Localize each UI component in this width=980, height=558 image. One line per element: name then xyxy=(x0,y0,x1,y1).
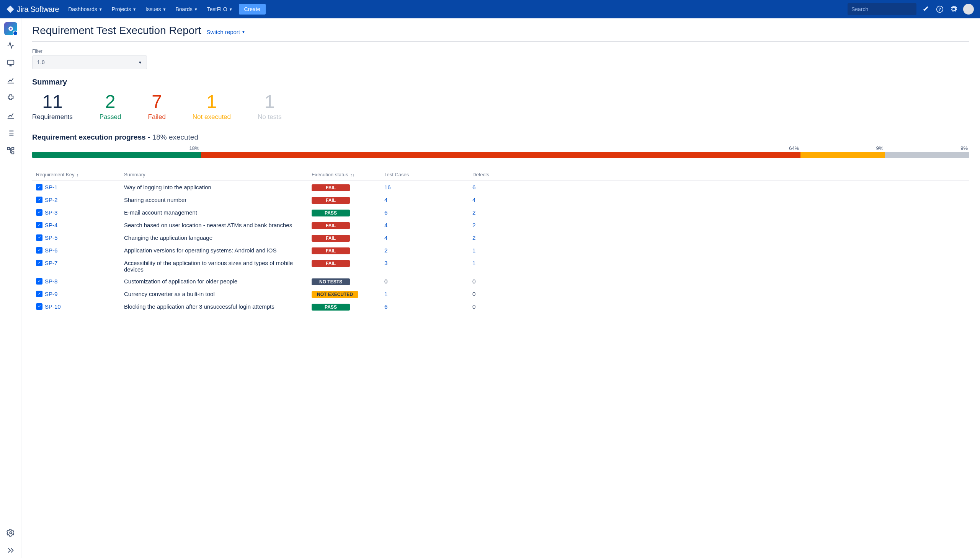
chart2-icon[interactable] xyxy=(3,108,18,123)
app-logo-text: Jira Software xyxy=(17,5,59,14)
summary-cell: Application versions for operating syste… xyxy=(120,245,308,257)
addon-icon[interactable] xyxy=(3,90,18,105)
summary-cell: E-mail account management xyxy=(120,207,308,219)
requirement-key-link[interactable]: SP-8 xyxy=(45,278,58,284)
summary-value: 1 xyxy=(193,93,231,111)
create-button[interactable]: Create xyxy=(239,4,266,15)
col-exec[interactable]: Execution status ↑↓ xyxy=(308,169,380,181)
sidebar-app-icon[interactable] xyxy=(4,22,17,35)
tests-link[interactable]: 6 xyxy=(384,303,387,310)
summary-cell: Sharing account number xyxy=(120,194,308,207)
requirement-icon xyxy=(36,197,43,203)
defects-link[interactable]: 2 xyxy=(473,222,476,228)
requirement-icon xyxy=(36,209,43,216)
nav-item-projects[interactable]: Projects ▼ xyxy=(109,4,139,15)
summary-cell: Customization of application for older p… xyxy=(120,276,308,288)
tests-link[interactable]: 4 xyxy=(384,197,387,203)
nav-item-testflo[interactable]: TestFLO ▼ xyxy=(204,4,236,15)
col-summary[interactable]: Summary xyxy=(120,169,308,181)
status-badge: FAIL xyxy=(311,197,350,204)
app-logo[interactable]: Jira Software xyxy=(6,5,59,14)
requirement-key-link[interactable]: SP-3 xyxy=(45,209,58,216)
sidebar-settings-icon[interactable] xyxy=(3,525,18,540)
svg-rect-5 xyxy=(7,148,10,150)
summary-value: 1 xyxy=(258,93,282,111)
switch-report-link[interactable]: Switch report ▼ xyxy=(207,29,245,35)
requirement-key-link[interactable]: SP-2 xyxy=(45,197,58,203)
defects-link[interactable]: 6 xyxy=(473,184,476,190)
status-badge: FAIL xyxy=(311,222,350,229)
sort-asc-icon: ↑ xyxy=(77,172,79,177)
chevron-down-icon: ▼ xyxy=(163,7,166,11)
tests-link[interactable]: 3 xyxy=(384,260,387,266)
requirements-table: Requirement Key ↑ Summary Execution stat… xyxy=(32,169,969,313)
table-row: SP-5Changing the application languageFAI… xyxy=(32,232,969,245)
defects-link[interactable]: 1 xyxy=(473,260,476,266)
tests-link[interactable]: 6 xyxy=(384,209,387,216)
top-navbar: Jira Software Dashboards ▼Projects ▼Issu… xyxy=(0,0,980,18)
tests-link[interactable]: 1 xyxy=(384,290,387,297)
requirement-icon xyxy=(36,290,43,297)
svg-rect-7 xyxy=(12,152,14,154)
summary-cell: Search based on user location - nearest … xyxy=(120,219,308,232)
requirement-key-link[interactable]: SP-10 xyxy=(45,303,61,310)
status-badge: FAIL xyxy=(311,235,350,242)
svg-rect-6 xyxy=(12,148,14,150)
requirement-key-link[interactable]: SP-9 xyxy=(45,290,58,297)
svg-rect-4 xyxy=(7,61,14,65)
expand-icon[interactable] xyxy=(3,543,18,558)
col-tests[interactable]: Test Cases xyxy=(380,169,469,181)
tests-link[interactable]: 4 xyxy=(384,222,387,228)
defects-link[interactable]: 4 xyxy=(473,197,476,203)
nav-menu: Dashboards ▼Projects ▼Issues ▼Boards ▼Te… xyxy=(65,4,236,15)
progress-seg xyxy=(201,152,801,158)
nav-item-boards[interactable]: Boards ▼ xyxy=(172,4,201,15)
svg-point-3 xyxy=(10,28,12,30)
user-avatar[interactable] xyxy=(963,4,974,15)
tests-link[interactable]: 4 xyxy=(384,235,387,241)
settings-icon[interactable] xyxy=(949,5,958,13)
list-icon[interactable] xyxy=(3,125,18,141)
summary-row: 11Requirements2Passed7Failed1Not execute… xyxy=(32,93,969,121)
requirement-key-link[interactable]: SP-4 xyxy=(45,222,58,228)
requirement-icon xyxy=(36,278,43,284)
activity-icon[interactable] xyxy=(3,38,18,53)
defects-link[interactable]: 2 xyxy=(473,235,476,241)
search-input[interactable] xyxy=(852,6,918,12)
requirement-key-link[interactable]: SP-5 xyxy=(45,235,58,241)
col-defects[interactable]: Defects xyxy=(469,169,969,181)
progress-seg-label: 9% xyxy=(800,145,884,151)
nav-item-dashboards[interactable]: Dashboards ▼ xyxy=(65,4,105,15)
summary-failed: 7Failed xyxy=(148,93,166,121)
chevron-down-icon: ▼ xyxy=(194,7,198,11)
help-icon[interactable]: ? xyxy=(936,5,944,13)
defects-link[interactable]: 1 xyxy=(473,247,476,254)
progress-seg-label: 64% xyxy=(201,145,801,151)
summary-passed: 2Passed xyxy=(99,93,121,121)
requirement-key-link[interactable]: SP-7 xyxy=(45,260,58,266)
search-box[interactable] xyxy=(848,3,916,15)
summary-label: Not executed xyxy=(193,113,231,121)
requirement-icon xyxy=(36,222,43,228)
filter-value: 1.0 xyxy=(37,59,44,66)
requirement-key-link[interactable]: SP-6 xyxy=(45,247,58,254)
tree-icon[interactable] xyxy=(3,143,18,158)
tests-link[interactable]: 16 xyxy=(384,184,391,190)
monitor-icon[interactable] xyxy=(3,55,18,71)
nav-item-issues[interactable]: Issues ▼ xyxy=(142,4,169,15)
summary-no-tests: 1No tests xyxy=(258,93,282,121)
requirement-key-link[interactable]: SP-1 xyxy=(45,184,58,190)
filter-dropdown[interactable]: 1.0 ▼ xyxy=(32,56,147,69)
summary-not-executed: 1Not executed xyxy=(193,93,231,121)
defects-link[interactable]: 2 xyxy=(473,209,476,216)
table-row: SP-2Sharing account numberFAIL44 xyxy=(32,194,969,207)
status-badge: NOT EXECUTED xyxy=(311,291,358,298)
sort-icon: ↑↓ xyxy=(350,172,354,177)
summary-label: Failed xyxy=(148,113,166,121)
progress-chart: 18%64%9%9% xyxy=(32,145,969,158)
chevron-down-icon: ▼ xyxy=(99,7,102,11)
chart-icon[interactable] xyxy=(3,73,18,88)
tests-link[interactable]: 2 xyxy=(384,247,387,254)
col-key[interactable]: Requirement Key ↑ xyxy=(32,169,120,181)
feedback-icon[interactable] xyxy=(922,5,930,13)
